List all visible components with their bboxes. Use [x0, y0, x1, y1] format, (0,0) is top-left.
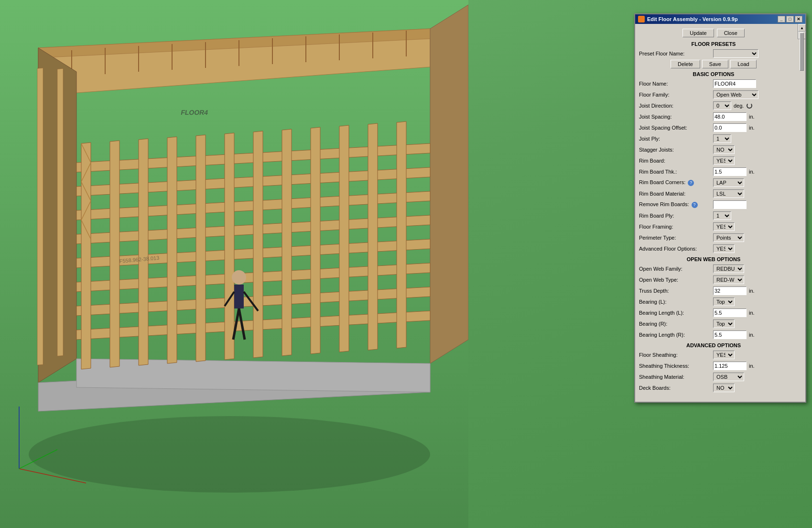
joist-direction-unit: deg. [734, 103, 744, 109]
scrollbar[interactable]: ▲ ▼ [798, 24, 805, 39]
refresh-icon[interactable] [747, 103, 752, 109]
joist-direction-row: Joist Direction: 0 90 deg. [639, 101, 788, 110]
floor-presets-header: FLOOR PRESETS [639, 41, 788, 47]
open-web-type-row: Open Web Type: RED-W RED-S [639, 275, 788, 285]
rim-board-corners-help-icon[interactable]: ? [688, 180, 694, 186]
bearing-length-r-input[interactable] [713, 330, 747, 339]
remove-rim-boards-label: Remove Rim Boards: ? [639, 201, 713, 208]
sheathing-thickness-label: Sheathing Thickness: [639, 363, 713, 369]
preset-floor-name-row: Preset Floor Name: [639, 49, 788, 58]
perimeter-type-row: Perimeter Type: Points Edges [639, 233, 788, 242]
joist-spacing-input[interactable] [713, 112, 747, 121]
deck-boards-select[interactable]: NO YES [713, 384, 735, 392]
bearing-length-l-row: Bearing Length (L): in. [639, 308, 788, 318]
rim-board-corners-label: Rim Board Corners: ? [639, 179, 713, 186]
open-web-type-label: Open Web Type: [639, 277, 713, 283]
sheathing-material-select[interactable]: OSB PLYWOOD [713, 373, 744, 381]
bearing-length-r-label: Bearing Length (R): [639, 332, 713, 338]
advanced-floor-options-label: Advanced Floor Options: [639, 246, 713, 252]
svg-point-46 [232, 270, 246, 285]
svg-marker-36 [282, 129, 292, 356]
svg-rect-27 [37, 68, 43, 365]
load-button[interactable]: Load [730, 60, 757, 68]
bearing-length-l-input[interactable] [713, 308, 747, 317]
floor-family-row: Floor Family: Open Web I-Joist Lumber [639, 90, 788, 99]
joist-ply-select[interactable]: 1 2 3 [713, 134, 731, 143]
floor-family-label: Floor Family: [639, 92, 713, 98]
joist-spacing-offset-row: Joist Spacing Offset: in. [639, 123, 788, 132]
svg-marker-16 [430, 5, 468, 363]
truss-depth-unit: in. [749, 288, 755, 294]
rim-board-corners-select[interactable]: LAP MITER BUTT [713, 178, 744, 187]
scroll-up-button[interactable]: ▲ [798, 24, 806, 32]
open-web-type-select[interactable]: RED-W RED-S [713, 275, 744, 284]
bearing-length-l-label: Bearing Length (L): [639, 310, 713, 316]
truss-depth-label: Truss Depth: [639, 288, 713, 294]
save-button[interactable]: Save [702, 60, 728, 68]
joist-spacing-offset-input[interactable] [713, 123, 747, 132]
advanced-options-header: ADVANCED OPTIONS [639, 342, 788, 348]
open-web-family-select[interactable]: REDBUILT TRUS JOIST [713, 264, 744, 273]
title-bar[interactable]: Edit Floor Assembly - Version 0.9.9p _ □… [635, 14, 805, 24]
rim-board-select[interactable]: YES NO [713, 156, 735, 165]
joist-spacing-label: Joist Spacing: [639, 114, 713, 120]
rim-board-ply-select[interactable]: 1 2 [713, 211, 731, 220]
preset-buttons-row: Delete Save Load [639, 60, 788, 68]
delete-button[interactable]: Delete [671, 60, 700, 68]
rim-board-material-select[interactable]: LSL LVL LUMBER [713, 189, 744, 198]
bearing-r-select[interactable]: Top Bottom [713, 319, 735, 328]
close-dialog-button[interactable]: Close [717, 29, 745, 37]
update-button[interactable]: Update [682, 29, 714, 37]
floor-framing-row: Floor Framing: YES NO [639, 222, 788, 231]
svg-rect-28 [57, 68, 63, 356]
bearing-length-r-unit: in. [749, 332, 755, 338]
top-buttons-row: Update Close [639, 29, 788, 37]
stagger-joists-row: Stagger Joists: NO YES [639, 145, 788, 154]
svg-marker-31 [139, 139, 148, 365]
rim-board-ply-label: Rim Board Ply: [639, 213, 713, 219]
rim-board-thk-unit: in. [749, 169, 755, 175]
svg-marker-32 [167, 137, 177, 363]
floor-sheathing-row: Floor Sheathing: YES NO [639, 350, 788, 360]
joist-ply-label: Joist Ply: [639, 136, 713, 142]
joist-direction-label: Joist Direction: [639, 103, 713, 109]
stagger-joists-select[interactable]: NO YES [713, 145, 735, 154]
svg-marker-30 [110, 141, 119, 367]
bearing-l-row: Bearing (L): Top Bottom [639, 297, 788, 307]
perimeter-type-label: Perimeter Type: [639, 235, 713, 241]
svg-marker-38 [339, 125, 349, 352]
bearing-l-select[interactable]: Top Bottom [713, 297, 735, 306]
app-icon [638, 16, 645, 22]
close-button[interactable]: ✕ [795, 16, 802, 22]
remove-rim-boards-help-icon[interactable]: ? [692, 202, 698, 208]
truss-depth-input[interactable] [713, 286, 747, 295]
svg-marker-29 [81, 143, 91, 369]
bearing-length-l-unit: in. [749, 310, 755, 316]
rim-board-thk-label: Rim Board Thk.: [639, 169, 713, 175]
floor-name-input[interactable]: FLOOR4 [713, 79, 756, 88]
floor-family-select[interactable]: Open Web I-Joist Lumber [713, 90, 758, 99]
remove-rim-boards-input[interactable] [713, 200, 747, 209]
perimeter-type-select[interactable]: Points Edges [713, 233, 744, 242]
rim-board-corners-row: Rim Board Corners: ? LAP MITER BUTT [639, 178, 788, 187]
minimize-button[interactable]: _ [778, 16, 785, 22]
floor-sheathing-select[interactable]: YES NO [713, 351, 735, 359]
floor-framing-select[interactable]: YES NO [713, 222, 735, 231]
advanced-floor-options-select[interactable]: YES NO [713, 244, 735, 253]
svg-marker-34 [225, 133, 234, 360]
svg-marker-33 [196, 135, 206, 362]
rim-board-label: Rim Board: [639, 158, 713, 164]
sheathing-thickness-input[interactable] [713, 362, 747, 370]
joist-direction-select[interactable]: 0 90 [713, 101, 731, 110]
svg-rect-47 [234, 285, 244, 308]
floor-framing-label: Floor Framing: [639, 224, 713, 230]
maximize-button[interactable]: □ [786, 16, 794, 22]
rim-board-thk-input[interactable] [713, 167, 747, 176]
rim-board-thk-row: Rim Board Thk.: in. [639, 167, 788, 176]
sheathing-material-label: Sheathing Material: [639, 374, 713, 380]
rim-board-material-row: Rim Board Material: LSL LVL LUMBER [639, 189, 788, 198]
scroll-thumb[interactable] [800, 33, 804, 71]
preset-floor-name-select[interactable] [713, 49, 758, 58]
svg-point-1 [29, 416, 430, 493]
remove-rim-boards-row: Remove Rim Boards: ? [639, 200, 788, 209]
